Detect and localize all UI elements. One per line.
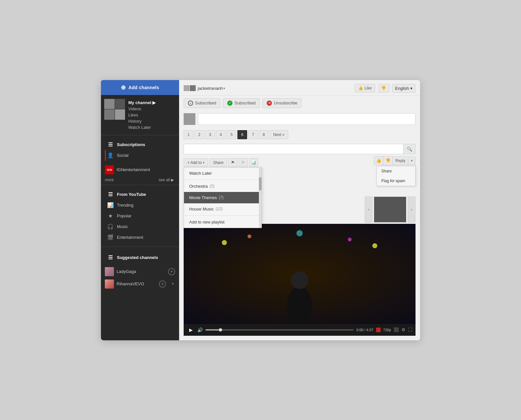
add-channels-button[interactable]: ⊕ Add channels (101, 80, 179, 95)
sidebar-subscriptions-section: ☰ Subscriptions 👤 Social (101, 137, 179, 163)
quality-button[interactable]: 720p (383, 328, 391, 332)
search-input[interactable] (184, 144, 403, 154)
play-button[interactable]: ▶ (187, 326, 195, 334)
dropdown-movie-themes[interactable]: Movie Themes (7) (184, 192, 261, 203)
sidebar-divider-3 (101, 247, 179, 247)
list-icon: ☰ (107, 142, 114, 148)
settings-video-button[interactable]: ⚙ (401, 327, 405, 332)
flag-button-2[interactable]: ⚐ (239, 158, 248, 167)
time-display: 0:00 / 4:37 (356, 328, 373, 332)
add-to-chevron-icon: ▾ (203, 161, 204, 164)
toolbar-row: + Add to ▾ Share ⚑ ⚐ 📊 2,960 videos ▾ (179, 156, 420, 169)
page-btn-3[interactable]: 3 (205, 130, 215, 139)
watch-later-link[interactable]: Watch Later (128, 125, 156, 130)
sidebar-item-trending[interactable]: 📊 Trending (105, 200, 175, 210)
progress-fill (205, 329, 220, 331)
suggested-rihanna[interactable]: RihannaVEVO + ✕ (101, 278, 179, 290)
videos-link[interactable]: Videos (128, 106, 156, 111)
record-button[interactable] (376, 328, 381, 332)
check-circle-icon: ✓ (227, 101, 232, 106)
dropdown-add-new-playlist[interactable]: Add to new playlist (184, 216, 261, 228)
add-to-button[interactable]: + Add to ▾ (184, 158, 208, 167)
username-button[interactable]: jackietrananh ▾ (198, 86, 225, 91)
user-avatar-grid (104, 99, 125, 120)
reply-share-item[interactable]: Share (377, 166, 415, 176)
reply-dropdown-arrow[interactable]: ▾ (408, 156, 415, 165)
dropdown-house-music[interactable]: House Music (12) (184, 203, 261, 215)
add-to-dropdown: Watch Later Orchestra (2) Movie Themes (… (184, 167, 262, 228)
dislike-button[interactable]: 👎 (378, 84, 389, 92)
page-btn-2[interactable]: 2 (194, 130, 204, 139)
likes-link[interactable]: Likes (128, 113, 156, 117)
user-menu: My channel ▶ Videos Likes History Watch … (128, 99, 156, 130)
page-btn-5[interactable]: 5 (227, 130, 236, 139)
comment-input[interactable] (198, 113, 415, 125)
sidebar-from-youtube-section: ☰ From YouTube 📊 Trending ★ Popular 🎧 Mu… (101, 186, 179, 245)
suggested-ladygaga[interactable]: LadyGaga + (101, 265, 179, 278)
reply-thumbsdown-button[interactable]: 👎 (383, 156, 392, 165)
svg-point-2 (247, 234, 251, 238)
dropdown-orchestra[interactable]: Orchestra (2) (184, 181, 261, 192)
cc-button[interactable]: ⬛ (394, 327, 399, 332)
svg-point-1 (222, 240, 227, 245)
chart-button[interactable]: 📊 (249, 158, 258, 167)
reply-flag-item[interactable]: Flag for spam (377, 176, 415, 186)
sidebar-item-music[interactable]: 🎧 Music (105, 221, 175, 232)
page-btn-6[interactable]: 6 (237, 130, 247, 139)
close-rihanna-button[interactable]: ✕ (170, 281, 175, 287)
share-button[interactable]: Share (209, 158, 227, 167)
subscribed-button-2[interactable]: ✓ Subscribed (223, 98, 260, 108)
search-button[interactable]: 🔍 (403, 144, 415, 154)
language-dropdown[interactable]: English ▾ (392, 84, 415, 93)
thumb-img-2 (190, 85, 196, 91)
more-link[interactable]: more (105, 178, 114, 182)
add-ladygaga-button[interactable]: + (168, 268, 175, 275)
history-link[interactable]: History (128, 119, 156, 124)
progress-bar[interactable] (205, 329, 354, 331)
dropdown-scrollbar[interactable] (259, 168, 261, 228)
user-info-row: jackietrananh ▾ (184, 85, 352, 91)
avatar-4 (115, 109, 125, 120)
page-btn-4[interactable]: 4 (216, 130, 226, 139)
reply-dropdown-menu: Share Flag for spam (376, 166, 415, 186)
page-btn-8[interactable]: 8 (259, 130, 269, 139)
add-rihanna-button[interactable]: + (159, 280, 166, 288)
reply-button[interactable]: Reply (393, 156, 408, 165)
sidebar-item-social[interactable]: 👤 Social (105, 150, 175, 161)
reply-area: 👍 👎 Reply ▾ Share Flag for spam (374, 156, 415, 186)
sidebar-item-popular[interactable]: ★ Popular (105, 210, 175, 221)
like-button[interactable]: 👍 Like (355, 84, 375, 92)
sidebar: ⊕ Add channels My channel ▶ Videos Likes… (101, 80, 179, 340)
flag-button-1[interactable]: ⚑ (228, 158, 237, 167)
see-all-link[interactable]: see all ▶ (159, 178, 174, 182)
flag-icon-2: ⚐ (241, 160, 245, 165)
page-btn-7[interactable]: 7 (248, 130, 258, 139)
sidebar-divider-1 (101, 135, 179, 135)
reply-thumbsup-button[interactable]: 👍 (374, 156, 383, 165)
flag-icon-1: ⚑ (231, 160, 235, 165)
ign-icon: IGN (105, 165, 114, 174)
progress-dot (219, 328, 222, 332)
my-channel-link[interactable]: My channel ▶ (128, 100, 156, 105)
unsubscribe-button[interactable]: ✕ Unsubscribe (262, 98, 302, 108)
sidebar-item-subscriptions[interactable]: ☰ Subscriptions (105, 139, 175, 150)
username-chevron-icon: ▾ (223, 87, 225, 90)
x-circle-icon: ✕ (267, 101, 272, 106)
volume-button[interactable]: 🔊 (197, 327, 203, 332)
sidebar-item-ign[interactable]: IGN IGNentertainment (101, 163, 179, 176)
thumb-prev-button[interactable]: ‹ (365, 196, 373, 223)
top-bar: jackietrananh ▾ 👍 Like 👎 English ▾ (179, 80, 420, 96)
subscribed-button-1[interactable]: + Subscribed (184, 98, 220, 108)
ladygaga-avatar (105, 267, 114, 276)
page-btn-1[interactable]: 1 (184, 130, 193, 139)
sidebar-divider-2 (101, 185, 179, 185)
dropdown-watch-later[interactable]: Watch Later (184, 168, 261, 179)
thumb-preview (374, 196, 406, 223)
next-page-button[interactable]: Next » (270, 130, 288, 139)
fullscreen-button[interactable]: ⛶ (408, 327, 412, 332)
thumb-next-button[interactable]: › (408, 196, 415, 223)
sidebar-item-entertainment[interactable]: 🎬 Entertainment (105, 232, 175, 243)
search-icon: 🔍 (407, 146, 412, 152)
list-icon-3: ☰ (107, 254, 114, 261)
avatar-1 (104, 99, 115, 109)
